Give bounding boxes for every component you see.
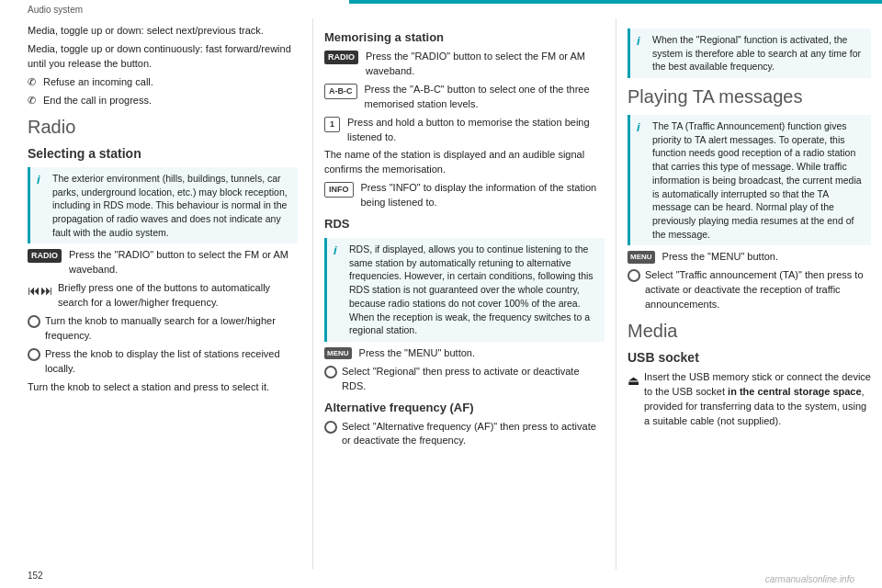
mem-text-1: Press the "A-B-C" button to select one o… <box>365 83 605 112</box>
radio-row: RADIO Press the "RADIO" button to select… <box>28 248 298 277</box>
memorising-heading: Memorising a station <box>324 29 605 47</box>
regional-info-icon: i <box>637 33 648 74</box>
usb-heading: USB socket <box>628 348 871 367</box>
info-row-text: Press "INFO" to display the information … <box>361 181 605 210</box>
menu-row-1: MENU Press the "MENU" button. <box>324 346 605 361</box>
usb-row: ⏏ Insert the USB memory stick or connect… <box>628 370 871 429</box>
af-text: Select "Alternative frequency (AF)" then… <box>342 420 605 449</box>
info-row: INFO Press "INFO" to display the informa… <box>324 181 605 210</box>
regional-text: Select "Regional" then press to activate… <box>342 365 605 394</box>
page-number: 152 <box>28 571 43 581</box>
mem-text-2: Press and hold a button to memorise the … <box>347 116 605 145</box>
info-icon: i <box>37 172 48 239</box>
menu-badge-right: MENU <box>628 251 655 264</box>
radio-badge: RADIO <box>28 249 62 263</box>
af-knob-icon <box>324 421 337 434</box>
col-left: Media, toggle up or down: select next/pr… <box>0 18 312 570</box>
phone-label-2: End the call in progress. <box>43 94 152 108</box>
intro-line-1: Media, toggle up or down: select next/pr… <box>28 24 298 39</box>
af-heading: Alternative frequency (AF) <box>324 400 605 417</box>
ta-knob-icon <box>628 269 640 282</box>
ta-heading: Playing TA messages <box>628 84 871 110</box>
mem-badge-1: A-B-C <box>324 84 357 99</box>
media-heading: Media <box>628 318 871 345</box>
regional-info-box: i When the "Regional" function is activa… <box>628 28 871 78</box>
info-badge: INFO <box>324 182 354 198</box>
accent-bar <box>349 0 882 4</box>
turn-knob-text: Turn the knob to select a station and pr… <box>28 380 298 395</box>
regional-info-text: When the "Regional" function is activate… <box>652 33 865 74</box>
ta-info-icon: i <box>637 119 648 241</box>
menu-text-1: Press the "MENU" button. <box>359 346 475 361</box>
af-row: Select "Alternative frequency (AF)" then… <box>324 420 605 449</box>
ta-row: Select "Traffic announcement (TA)" then … <box>628 268 871 312</box>
ta-text: Select "Traffic announcement (TA)" then … <box>645 268 871 312</box>
knob-icon-2 <box>28 348 40 361</box>
rds-info-text: RDS, if displayed, allows you to continu… <box>349 243 598 337</box>
menu-row-right: MENU Press the "MENU" button. <box>628 250 871 265</box>
mem-badge-2: 1 <box>324 117 340 132</box>
menu-badge-1: MENU <box>324 347 352 360</box>
mem-row-2: 1 Press and hold a button to memorise th… <box>324 116 605 145</box>
knob-row-1: Turn the knob to manually search for a l… <box>28 314 298 344</box>
skip-text: Briefly press one of the buttons to auto… <box>58 281 298 311</box>
knob-text-2: Press the knob to display the list of st… <box>45 347 298 377</box>
mem-badge-0: RADIO <box>324 51 358 64</box>
radio-heading: Radio <box>28 114 298 141</box>
phone-icon: ✆ <box>28 75 36 90</box>
knob-icon-1 <box>28 315 40 328</box>
rds-info-box: i RDS, if displayed, allows you to conti… <box>324 238 605 342</box>
ta-info-text: The TA (Traffic Announcement) function g… <box>652 119 865 241</box>
menu-text-right: Press the "MENU" button. <box>662 250 778 265</box>
knob-row-2: Press the knob to display the list of st… <box>28 347 298 377</box>
mem-row-0: RADIO Press the "RADIO" button to select… <box>324 50 605 79</box>
mem-text-0: Press the "RADIO" button to select the F… <box>366 50 605 79</box>
content-area: Media, toggle up or down: select next/pr… <box>0 18 882 570</box>
mem-info: The name of the station is displayed and… <box>324 148 605 177</box>
knob-text-1: Turn the knob to manually search for a l… <box>45 314 298 344</box>
usb-icon: ⏏ <box>628 371 639 390</box>
regional-knob-icon <box>324 366 337 379</box>
regional-row: Select "Regional" then press to activate… <box>324 365 605 394</box>
phone-item-2: ✆ End the call in progress. <box>28 94 298 108</box>
skip-icon: ⏮⏭ <box>28 281 53 300</box>
info-box-text: The exterior environment (hills, buildin… <box>52 172 291 239</box>
rds-info-icon: i <box>334 243 345 337</box>
mem-row-1: A-B-C Press the "A-B-C" button to select… <box>324 83 605 112</box>
info-box-environment: i The exterior environment (hills, build… <box>28 167 298 243</box>
phone-end-icon: ✆ <box>28 94 36 108</box>
skip-row: ⏮⏭ Briefly press one of the buttons to a… <box>28 281 298 311</box>
selecting-heading: Selecting a station <box>28 144 298 163</box>
col-mid: Memorising a station RADIO Press the "RA… <box>312 18 616 570</box>
watermark: carmanualsonline.info <box>765 574 854 584</box>
usb-text: Insert the USB memory stick or connect t… <box>644 370 871 429</box>
ta-info-box: i The TA (Traffic Announcement) function… <box>628 115 871 245</box>
col-right: i When the "Regional" function is activa… <box>616 18 882 570</box>
header-title: Audio system <box>0 2 83 15</box>
rds-heading: RDS <box>324 216 605 233</box>
phone-item-1: ✆ Refuse an incoming call. <box>28 75 298 90</box>
intro-line-2: Media, toggle up or down continuously: f… <box>28 42 298 72</box>
phone-label-1: Refuse an incoming call. <box>43 75 153 90</box>
radio-text: Press the "RADIO" button to select the F… <box>69 248 298 277</box>
